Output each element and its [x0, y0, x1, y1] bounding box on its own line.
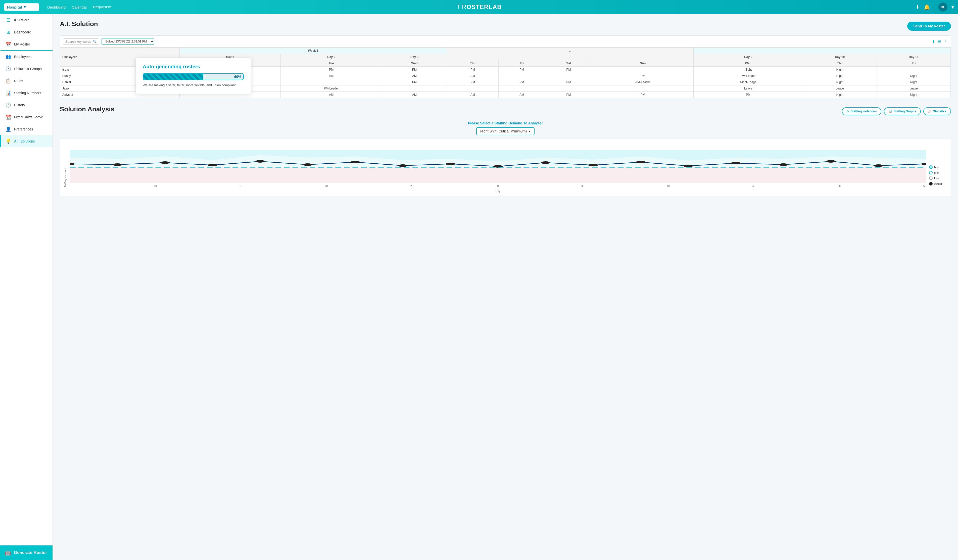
bars-icon: ☰ [6, 17, 11, 23]
staffing-violations-button[interactable]: ⚠ Staffing violations [842, 107, 881, 115]
tue-header: Tue [281, 60, 382, 67]
chart-icon: 📊 [6, 90, 11, 96]
min-dot [929, 165, 933, 169]
day9-header: Day 9 [693, 54, 803, 60]
nav-links: Dashboard Calendar Requests▾ [47, 5, 111, 9]
generate-roster-button[interactable]: 🤖 Generate Roster [0, 546, 52, 560]
history-icon: 🕑 [6, 102, 11, 108]
nav-calendar[interactable]: Calendar [71, 5, 87, 9]
more-options-icon[interactable]: ⋮ [944, 39, 948, 44]
y-axis-label: Staffing Numbers [64, 168, 67, 187]
sidebar-item-my-roster[interactable]: 📅 My Roster [0, 38, 52, 50]
mid-header: ... [447, 54, 693, 60]
sat1: Sat [545, 60, 592, 67]
svg-point-10 [398, 164, 408, 167]
staffing-graphs-button[interactable]: 📊 Staffing Graphs [884, 107, 921, 115]
svg-point-18 [779, 163, 788, 166]
ai-solution-title: A.I. Solution [60, 20, 98, 28]
sidebar-item-dashboard[interactable]: ⊞ Dashboard [0, 26, 52, 38]
max-label: Max [934, 171, 939, 174]
alert-icon: ⚠ [846, 109, 849, 113]
auto-generating-overlay: Auto-generating rosters 60% We are makin… [135, 57, 251, 94]
download-icon[interactable]: ⬇ [915, 4, 920, 10]
svg-point-11 [446, 163, 455, 165]
ideal-dot [929, 176, 933, 180]
sun1: Sun [592, 60, 694, 67]
mid-days-header: ... [447, 48, 693, 54]
sidebar-item-employees[interactable]: 👥 Employees [0, 50, 52, 63]
lightbulb-icon: 💡 [6, 138, 11, 144]
send-to-roster-button[interactable]: Send To My Roster [907, 22, 951, 31]
robot-icon: 🤖 [5, 549, 11, 556]
analysis-buttons: ⚠ Staffing violations 📊 Staffing Graphs … [842, 107, 951, 115]
stats-icon: 📈 [928, 109, 932, 113]
svg-point-5 [160, 161, 170, 164]
th1: Thu [447, 60, 499, 67]
nav-divider [934, 3, 934, 11]
wed2: Wed [693, 60, 803, 67]
statistics-button[interactable]: 📈 Statistics [923, 107, 951, 115]
user-menu-chevron[interactable]: ▾ [952, 4, 954, 10]
fri2: Fri [877, 60, 951, 67]
actual-label: Actual [934, 182, 942, 185]
svg-point-4 [113, 163, 122, 166]
week1-header: Week 1 [179, 48, 447, 54]
sidebar-label-rules: Rules [14, 79, 23, 83]
max-dot [929, 171, 933, 175]
legend-actual: Actual [929, 182, 947, 186]
nav-requests[interactable]: Requests▾ [93, 5, 111, 9]
bell-icon[interactable]: 🔔 [924, 4, 930, 10]
search-box[interactable]: Search key words 🔍 [63, 38, 99, 45]
legend-min: Min [929, 165, 947, 169]
nav-dashboard[interactable]: Dashboard [47, 5, 66, 9]
sidebar-label-preferences: Preferences [14, 127, 33, 131]
top-navigation: Hospital ▾ Dashboard Calendar Requests▾ … [0, 0, 958, 14]
sidebar-item-preferences[interactable]: 👤 Preferences [0, 123, 52, 135]
logo-text: ROSTERLAB [462, 3, 501, 11]
grid-icon: ⊞ [6, 29, 11, 35]
demand-selector-area: Please Select a Staffing Demand To Analy… [60, 121, 951, 135]
progress-label: 60% [234, 75, 241, 79]
download-table-icon[interactable]: ⬇ [932, 39, 935, 44]
thu2: Thu [803, 60, 877, 67]
svg-point-17 [731, 162, 741, 164]
x-axis-label: Day [70, 189, 926, 192]
chart-svg [70, 143, 926, 183]
x-axis: 5 10 15 20 25 30 35 40 45 50 55 [70, 184, 926, 189]
sidebar-label-employees: Employees [14, 55, 32, 59]
day3-header: Day 3 [382, 54, 447, 60]
sidebar-item-ai-solutions[interactable]: 💡 A.I. Solutions [0, 135, 52, 147]
avatar[interactable]: RL [938, 3, 947, 11]
svg-point-8 [303, 163, 312, 166]
sidebar-item-icu-ward[interactable]: ☰ ICU Ward [0, 14, 52, 26]
demand-select[interactable]: Night Shift (Critical, minimum) ▾ [476, 127, 535, 135]
svg-point-7 [255, 160, 265, 163]
sidebar-item-history[interactable]: 🕑 History [0, 99, 52, 111]
ai-solution-header: A.I. Solution Send To My Roster [60, 20, 951, 32]
nav-right-actions: ⬇ 🔔 RL ▾ [915, 3, 954, 11]
svg-point-9 [351, 161, 360, 163]
main-content: A.I. Solution Send To My Roster Search k… [53, 14, 958, 560]
sidebar-label-shift-groups: Shift/Shift Groups [14, 67, 42, 71]
svg-point-12 [493, 165, 503, 168]
actual-dot [929, 182, 933, 186]
sidebar-label-ai-solutions: A.I. Solutions [14, 139, 35, 143]
columns-icon[interactable]: ☰ [937, 39, 941, 44]
demand-value: Night Shift (Critical, minimum) [480, 129, 527, 133]
solved-select[interactable]: Solved 23/05/2022 2:01:51 PM [102, 38, 154, 45]
clock-icon: 🕐 [6, 66, 11, 71]
sidebar-item-rules[interactable]: 📋 Rules [0, 75, 52, 87]
solution-analysis-section: Solution Analysis ⚠ Staffing violations … [60, 105, 951, 197]
day11-header: Day 11 [877, 54, 951, 60]
sidebar-label-staffing-numbers: Staffing Numbers [14, 91, 41, 95]
sidebar-label-my-roster: My Roster [14, 42, 30, 46]
demand-chevron: ▾ [529, 129, 531, 133]
svg-point-13 [541, 161, 550, 164]
hospital-selector[interactable]: Hospital ▾ [4, 3, 39, 11]
sidebar-item-fixed-shifts[interactable]: 📆 Fixed Shifts/Leave [0, 111, 52, 123]
svg-point-6 [208, 164, 217, 167]
sidebar-item-shift-groups[interactable]: 🕐 Shift/Shift Groups [0, 63, 52, 75]
sidebar-item-staffing-numbers[interactable]: 📊 Staffing Numbers [0, 87, 52, 99]
progress-bar-fill [143, 74, 203, 80]
sidebar-label-history: History [14, 103, 25, 107]
